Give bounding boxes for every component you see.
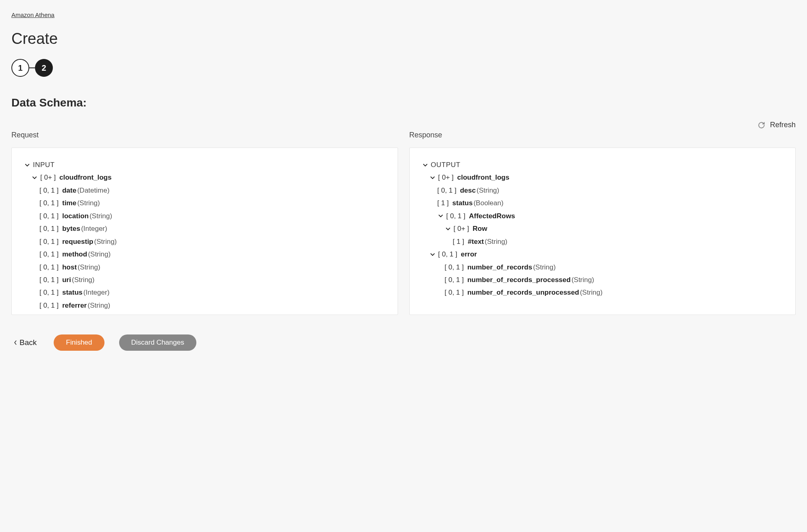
chevron-down-icon[interactable]: [437, 213, 444, 218]
back-label: Back: [20, 338, 37, 347]
request-label: Request: [11, 131, 398, 139]
response-schema-box[interactable]: OUTPUT [ 0+ ] cloudfront_logs [ 0, 1 ] d…: [409, 148, 796, 315]
chevron-down-icon[interactable]: [429, 175, 436, 180]
chevron-down-icon[interactable]: [445, 226, 451, 231]
tree-leaf: [ 0, 1 ] desc (String): [437, 184, 783, 197]
chevron-down-icon[interactable]: [31, 175, 38, 180]
chevron-down-icon[interactable]: [429, 252, 436, 257]
cardinality: [ 0+ ]: [438, 171, 454, 184]
tree-group[interactable]: [ 0, 1 ] AffectedRows: [437, 210, 783, 222]
chevron-left-icon: [14, 338, 17, 347]
chevron-down-icon[interactable]: [24, 163, 30, 167]
stepper: 1 2: [11, 59, 796, 77]
step-connector: [29, 67, 35, 68]
root-label: INPUT: [33, 159, 55, 171]
tree-leaf: [ 0, 1 ] location (String): [39, 210, 385, 222]
step-2[interactable]: 2: [35, 59, 53, 77]
tree-root[interactable]: OUTPUT: [422, 159, 783, 171]
refresh-icon[interactable]: [758, 122, 765, 129]
refresh-button[interactable]: Refresh: [770, 121, 796, 129]
tree-leaf: [ 0, 1 ] number_of_records (String): [445, 261, 783, 274]
response-label: Response: [409, 131, 796, 139]
tree-group[interactable]: [ 0+ ] cloudfront_logs: [31, 171, 385, 184]
breadcrumb-link[interactable]: Amazon Athena: [11, 11, 54, 18]
tree-leaf: [ 0, 1 ] bytes (Integer): [39, 222, 385, 235]
back-button[interactable]: Back: [11, 338, 39, 347]
tree-leaf: [ 0, 1 ] number_of_records_processed (St…: [445, 274, 783, 286]
tree-leaf: [ 1 ] #text (String): [453, 235, 783, 248]
tree-leaf: [ 0, 1 ] time (String): [39, 197, 385, 209]
tree-leaf: [ 0, 1 ] status (Integer): [39, 286, 385, 299]
field-name: cloudfront_logs: [457, 171, 509, 184]
tree-leaf: [ 1 ] status (Boolean): [437, 197, 783, 209]
tree-leaf: [ 0, 1 ] date (Datetime): [39, 184, 385, 197]
page-title: Create: [11, 30, 796, 48]
finished-button[interactable]: Finished: [54, 334, 104, 351]
tree-root[interactable]: INPUT: [24, 159, 385, 171]
tree-leaf: [ 0, 1 ] method (String): [39, 248, 385, 261]
tree-leaf: [ 0, 1 ] host (String): [39, 261, 385, 274]
chevron-down-icon[interactable]: [422, 163, 429, 167]
root-label: OUTPUT: [431, 159, 461, 171]
cardinality: [ 0+ ]: [40, 171, 56, 184]
tree-leaf: [ 0, 1 ] uri (String): [39, 274, 385, 286]
tree-leaf: [ 0, 1 ] number_of_records_unprocessed (…: [445, 286, 783, 299]
section-title: Data Schema:: [11, 96, 796, 109]
tree-leaf: [ 0, 1 ] referrer (String): [39, 299, 385, 312]
tree-group[interactable]: [ 0+ ] Row: [445, 222, 783, 235]
field-name: cloudfront_logs: [59, 171, 111, 184]
step-1[interactable]: 1: [11, 59, 29, 77]
tree-group[interactable]: [ 0+ ] cloudfront_logs: [429, 171, 783, 184]
tree-leaf: [ 0, 1 ] requestip (String): [39, 235, 385, 248]
tree-group[interactable]: [ 0, 1 ] error: [429, 248, 783, 261]
request-schema-box[interactable]: INPUT [ 0+ ] cloudfront_logs [ 0, 1 ] da…: [11, 148, 398, 315]
discard-button[interactable]: Discard Changes: [119, 334, 196, 351]
